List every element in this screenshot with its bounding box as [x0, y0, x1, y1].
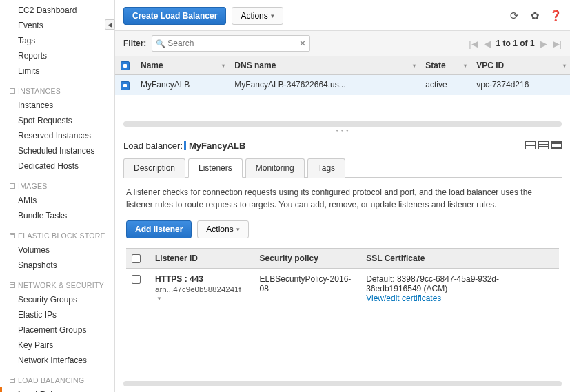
clear-search-icon[interactable]: ✕ [299, 39, 306, 48]
sidebar-item[interactable]: Bundle Tasks [0, 208, 114, 223]
sidebar-item[interactable]: Instances [0, 98, 114, 113]
cell-state: active [420, 75, 471, 95]
tab-listeners[interactable]: Listeners [188, 158, 243, 178]
sidebar-item[interactable]: Snapshots [0, 258, 114, 273]
sidebar-item[interactable]: Volumes [0, 243, 114, 258]
search-input[interactable] [152, 35, 310, 52]
select-all-checkbox[interactable] [121, 61, 130, 70]
detail-tabs: DescriptionListenersMonitoringTags [123, 158, 562, 178]
help-icon[interactable]: ❓ [549, 10, 562, 22]
collapse-icon [10, 282, 15, 288]
filter-label: Filter: [123, 39, 146, 48]
chevron-down-icon: ▾ [271, 12, 274, 19]
load-balancer-table: Name▾DNS name▾State▾VPC ID▾ MyFancyALBMy… [115, 56, 570, 95]
chevron-down-icon: ▾ [236, 226, 240, 233]
actions-button[interactable]: Actions ▾ [232, 7, 283, 25]
sidebar-group-header[interactable]: INSTANCES [0, 83, 114, 98]
column-header[interactable]: State▾ [420, 56, 471, 75]
filter-bar: Filter: 🔍 ✕ |◀ ◀ 1 to 1 of 1 ▶ ▶| [115, 30, 570, 56]
sidebar-item[interactable]: Scheduled Instances [0, 143, 114, 158]
sidebar: EC2 DashboardEventsTagsReportsLimits INS… [0, 0, 115, 392]
collapse-icon [10, 233, 15, 238]
main-panel: Create Load Balancer Actions ▾ ⟳ ✿ ❓ Fil… [115, 0, 570, 392]
sidebar-item[interactable]: Key Pairs [0, 338, 114, 353]
layout-split-icon[interactable] [525, 141, 536, 149]
layout-full-icon[interactable] [551, 141, 562, 149]
tab-tags[interactable]: Tags [307, 158, 345, 178]
listener-checkbox[interactable] [132, 275, 141, 284]
listener-description: A listener checks for connection request… [126, 186, 559, 211]
sidebar-collapse-handle[interactable]: ◀ [105, 19, 115, 30]
sidebar-group-header[interactable]: LOAD BALANCING [0, 372, 114, 387]
column-header[interactable]: DNS name▾ [229, 56, 420, 75]
sidebar-item[interactable]: Tags [0, 33, 114, 48]
listener-table: Listener IDSecurity policySSL Certificat… [126, 248, 559, 309]
cert-default-label: Default: [366, 274, 394, 284]
column-header[interactable]: VPC ID▾ [471, 56, 570, 75]
sidebar-item[interactable]: Events [0, 18, 114, 33]
tab-monitoring[interactable]: Monitoring [245, 158, 305, 178]
collapse-icon [10, 378, 15, 383]
listener-column-header: Security policy [254, 248, 361, 268]
collapse-icon [10, 183, 15, 189]
sort-icon: ▾ [464, 63, 467, 69]
listener-actions-label: Actions [206, 225, 233, 234]
cell-name: MyFancyALB [135, 75, 229, 95]
sidebar-item[interactable]: Placement Groups [0, 322, 114, 338]
add-listener-button[interactable]: Add listener [126, 220, 192, 238]
refresh-icon[interactable]: ⟳ [508, 10, 520, 22]
sidebar-item[interactable]: Security Groups [0, 292, 114, 307]
cell-dns: MyFancyALB-347622664.us... [229, 75, 420, 95]
listener-actions-button[interactable]: Actions ▾ [197, 220, 248, 238]
search-icon: 🔍 [156, 39, 165, 48]
pager-last-icon[interactable]: ▶| [553, 39, 562, 49]
sidebar-item[interactable]: Spot Requests [0, 113, 114, 128]
panel-resize-handle[interactable]: ● ● ● [115, 127, 570, 132]
sidebar-group-header[interactable]: NETWORK & SECURITY [0, 277, 114, 292]
collapse-icon [10, 88, 15, 94]
sidebar-item[interactable]: Network Interfaces [0, 353, 114, 368]
sort-icon: ▾ [563, 63, 566, 69]
sidebar-item[interactable]: EC2 Dashboard [0, 3, 114, 18]
pager-next-icon[interactable]: ▶ [540, 39, 547, 49]
sort-icon: ▾ [222, 63, 225, 69]
sidebar-item[interactable]: Limits [0, 63, 114, 79]
horizontal-scrollbar[interactable] [123, 121, 562, 127]
pager-prev-icon[interactable]: ◀ [484, 39, 491, 49]
detail-panel: Load balancer: MyFancyALB DescriptionLis… [115, 132, 570, 381]
sidebar-group-header[interactable]: IMAGES [0, 178, 114, 193]
pager: |◀ ◀ 1 to 1 of 1 ▶ ▶| [469, 39, 562, 49]
sidebar-group-header[interactable]: ELASTIC BLOCK STORE [0, 227, 114, 243]
gear-icon[interactable]: ✿ [529, 10, 541, 22]
detail-marker-icon [184, 141, 186, 150]
sidebar-item[interactable]: Load Balancers [0, 387, 114, 392]
sidebar-item[interactable]: Reports [0, 48, 114, 63]
view-edit-certificates-link[interactable]: View/edit certificates [366, 293, 553, 303]
sidebar-item[interactable]: Dedicated Hosts [0, 158, 114, 174]
chevron-down-icon: ▼ [156, 296, 162, 302]
detail-value: MyFancyALB [189, 141, 245, 151]
sidebar-item[interactable]: Reserved Instances [0, 128, 114, 143]
cell-vpc: vpc-7374d216 [471, 75, 570, 95]
row-checkbox[interactable] [121, 81, 130, 90]
toolbar: Create Load Balancer Actions ▾ ⟳ ✿ ❓ [115, 0, 570, 30]
detail-label: Load balancer: [123, 141, 183, 151]
listener-column-header: Listener ID [150, 248, 254, 268]
create-load-balancer-button[interactable]: Create Load Balancer [123, 7, 226, 25]
listener-column-header: SSL Certificate [360, 248, 559, 268]
pager-text: 1 to 1 of 1 [496, 39, 535, 48]
select-all-listener-checkbox[interactable] [132, 254, 141, 263]
pager-first-icon[interactable]: |◀ [469, 39, 478, 49]
listener-arn[interactable]: arn...47c9e0b58824241f ▼ [155, 285, 249, 302]
table-row[interactable]: MyFancyALBMyFancyALB-347622664.us...acti… [115, 75, 570, 95]
layout-rows-icon[interactable] [538, 141, 549, 149]
listener-policy: ELBSecurityPolicy-2016-08 [254, 268, 361, 309]
sidebar-item[interactable]: AMIs [0, 193, 114, 208]
listener-row[interactable]: HTTPS : 443arn...47c9e0b58824241f ▼ELBSe… [126, 268, 559, 309]
sort-icon: ▾ [413, 63, 416, 69]
sidebar-item[interactable]: Elastic IPs [0, 307, 114, 322]
listener-protocol: HTTPS : 443 [155, 274, 249, 284]
tab-description[interactable]: Description [123, 158, 185, 178]
column-header[interactable]: Name▾ [135, 56, 229, 75]
horizontal-scrollbar[interactable] [123, 381, 562, 386]
